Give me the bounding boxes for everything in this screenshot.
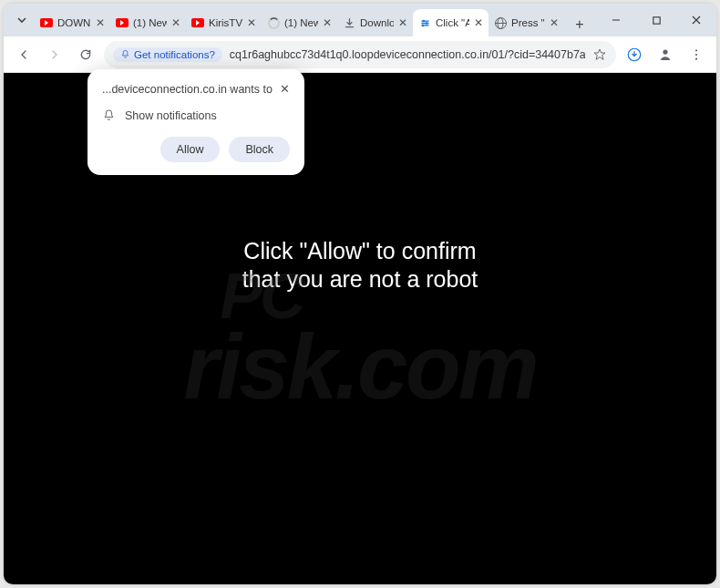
close-icon[interactable]: ✕ — [550, 16, 559, 29]
svg-point-5 — [663, 49, 667, 54]
tab-label: (1) New — [284, 17, 318, 28]
youtube-icon — [191, 16, 204, 29]
youtube-icon — [40, 16, 53, 29]
tab-1[interactable]: (1) New ✕ — [110, 9, 186, 36]
close-icon[interactable]: ✕ — [96, 16, 105, 29]
svg-point-8 — [695, 57, 697, 59]
allow-button[interactable]: Allow — [160, 137, 221, 162]
notification-origin: ...deviceconnection.co.in wants to — [102, 83, 273, 96]
svg-point-6 — [695, 49, 697, 51]
tab-label: KirisTV [ — [209, 17, 242, 28]
notification-permission-dialog: ...deviceconnection.co.in wants to ✕ Sho… — [87, 69, 304, 175]
svg-point-7 — [695, 53, 697, 55]
tab-0[interactable]: DOWNL ✕ — [35, 9, 110, 36]
arrow-right-icon — [47, 47, 62, 62]
url-text: cq1r6aghubcc73d4t1q0.loopdeviceconnectio… — [230, 48, 585, 61]
block-button[interactable]: Block — [229, 137, 290, 162]
bell-icon — [120, 49, 130, 59]
youtube-icon — [116, 16, 129, 29]
chip-label: Get notifications? — [134, 49, 215, 60]
bell-icon — [102, 108, 116, 122]
profile-icon — [657, 46, 674, 63]
close-icon[interactable]: ✕ — [398, 16, 407, 29]
back-button[interactable] — [11, 42, 36, 67]
profile-button[interactable] — [653, 42, 678, 67]
tab-label: (1) New — [133, 17, 167, 28]
notification-body-text: Show notifications — [125, 109, 217, 122]
forward-button[interactable] — [42, 42, 67, 67]
reload-button[interactable] — [73, 42, 98, 67]
tab-label: Downlo — [360, 17, 394, 28]
notification-chip[interactable]: Get notifications? — [113, 47, 222, 62]
minimize-icon — [611, 15, 622, 26]
tab-label: Click "A — [436, 17, 469, 28]
close-dialog-button[interactable]: ✕ — [280, 82, 290, 96]
new-tab-button[interactable]: + — [568, 13, 591, 36]
message-line-2: that you are not a robot — [242, 265, 478, 294]
star-icon — [592, 47, 607, 62]
download-icon — [343, 16, 355, 29]
tab-strip: DOWNL ✕ (1) New ✕ KirisTV [ ✕ (1) New ✕ … — [4, 4, 716, 36]
downloads-button[interactable] — [622, 42, 647, 67]
tab-3[interactable]: (1) New ✕ — [262, 9, 337, 36]
svg-point-0 — [422, 19, 424, 21]
tab-5[interactable]: Click "A ✕ — [413, 9, 489, 36]
minimize-button[interactable] — [596, 4, 636, 36]
maximize-icon — [652, 15, 662, 26]
close-icon[interactable]: ✕ — [171, 16, 180, 29]
tab-6[interactable]: Press "A ✕ — [489, 9, 564, 36]
page-message: Click "Allow" to confirm that you are no… — [242, 237, 478, 294]
close-window-button[interactable] — [676, 4, 716, 36]
maximize-button[interactable] — [636, 4, 676, 36]
tune-icon — [418, 16, 431, 29]
close-icon[interactable]: ✕ — [247, 16, 256, 29]
globe-icon — [494, 16, 507, 29]
reload-icon — [78, 47, 93, 62]
close-icon[interactable]: ✕ — [474, 16, 483, 29]
close-icon — [691, 15, 702, 26]
tabs-dropdown-button[interactable] — [9, 4, 35, 36]
address-bar[interactable]: Get notifications? cq1r6aghubcc73d4t1q0.… — [104, 41, 616, 68]
kebab-icon — [689, 47, 704, 62]
watermark-bottom: risk.com — [183, 315, 536, 417]
tab-label: DOWNL — [57, 17, 91, 28]
chevron-down-icon — [16, 15, 27, 26]
svg-point-1 — [425, 22, 427, 24]
arrow-left-icon — [16, 47, 31, 62]
download-circle-icon — [626, 46, 643, 63]
close-icon[interactable]: ✕ — [323, 16, 332, 29]
tab-label: Press "A — [511, 17, 545, 28]
window-controls — [596, 4, 716, 36]
svg-rect-3 — [653, 16, 659, 23]
toolbar: Get notifications? cq1r6aghubcc73d4t1q0.… — [4, 36, 716, 73]
menu-button[interactable] — [684, 42, 709, 67]
tab-4[interactable]: Downlo ✕ — [337, 9, 413, 36]
tab-2[interactable]: KirisTV [ ✕ — [186, 9, 262, 36]
message-line-1: Click "Allow" to confirm — [242, 237, 478, 265]
loading-spinner-icon — [267, 16, 280, 29]
bookmark-button[interactable] — [592, 47, 607, 62]
svg-point-2 — [421, 24, 423, 26]
